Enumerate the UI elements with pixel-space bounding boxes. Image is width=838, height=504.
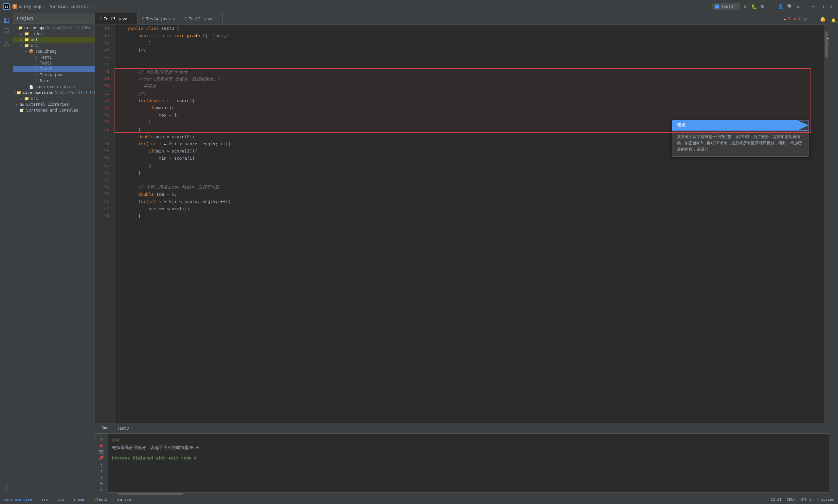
bc-sep-1: › [36, 498, 38, 502]
folder-icon-src: 📁 [23, 43, 30, 48]
bookmarks-button[interactable] [2, 26, 11, 35]
editor-scrollbar[interactable] [824, 25, 829, 423]
scroll-down-button[interactable]: ↓ [98, 474, 105, 480]
tree-item-test3[interactable]: C Test3 [13, 66, 95, 72]
tab-icon-test4: C [142, 17, 144, 21]
test3-run-tab[interactable]: Test3 ✕ [113, 423, 137, 433]
tab-test3[interactable]: C Test3.java ✕ [95, 13, 138, 24]
tree-item-case-exercise[interactable]: ▾ 📁 case-exercise D:\App\IntelliJ IDE [13, 90, 95, 95]
error-marker [827, 43, 829, 44]
editor-tabs: C Test3.java ✕ C Test4.java ✕ C Test2.ja… [95, 13, 829, 25]
folder-icon-out: 📁 [23, 37, 30, 42]
test3-tab-close[interactable]: ✕ [131, 427, 133, 430]
breadcrumb-com[interactable]: com [57, 498, 64, 502]
code-line-63 [118, 176, 821, 184]
run-more-button[interactable]: ⋮ [98, 462, 105, 467]
more-tools-button[interactable] [2, 483, 11, 492]
iml-icon: 📄 [28, 85, 34, 89]
settings-button[interactable]: ⚙ [797, 4, 799, 9]
tree-item-src[interactable]: ▾ 📁 src [13, 42, 95, 49]
restore-button[interactable]: ❐ [819, 3, 825, 10]
tree-item-out[interactable]: ▶ 📁 out [13, 37, 95, 42]
breadcrumb-zhang[interactable]: zhang [73, 498, 84, 502]
tab-close-test4[interactable]: ✕ [173, 17, 175, 21]
tree-item-idea[interactable]: ▶ 📁 .idea [13, 31, 95, 37]
output-spacer [112, 452, 825, 454]
tree-path-array-app: D:\App\IntelliJ IDEA C [47, 26, 95, 30]
run-configuration[interactable]: Test3 ▾ [712, 3, 740, 10]
code-line-61: } [118, 162, 821, 169]
search-button[interactable]: 🔍 [787, 4, 793, 9]
coverage-button[interactable]: ⚙ [761, 3, 764, 10]
tooltip-body: 某系统的数字密码是一个四位数，如1983，为了安全，需要加密后再传输，加密都加5… [672, 130, 809, 157]
tree-label-idea: .idea [31, 32, 42, 36]
run-tab[interactable]: Run [97, 423, 113, 433]
scrollbar-thumb[interactable] [825, 32, 828, 58]
soft-wrap-button[interactable]: ≡ [98, 481, 105, 486]
encoding[interactable]: UTF-8 [801, 498, 812, 502]
cursor-position[interactable]: 52:31 [770, 498, 781, 502]
code-editor[interactable]: 10 15 44 45 46 47 48 49 50 51 52 53 54 5… [95, 25, 829, 423]
bottom-left-icons: ↺ ■ 📷 📌 ⋮ ↑ ↓ ≡ ✕ [95, 434, 108, 495]
bc-sep-4: › [88, 498, 90, 502]
tree-item-com-zhang[interactable]: ▾ 📦 com.zhang [13, 49, 95, 54]
project-selector[interactable]: A array-app ▾ [13, 4, 44, 9]
tree-item-ext-libs[interactable]: ▶ 📚 External Libraries [13, 102, 95, 107]
output-scrollbar-track[interactable] [108, 492, 829, 495]
breadcrumb-case-exercise[interactable]: case-exercise [4, 498, 32, 502]
title-bar-right: Test3 ▾ ▶ 🐛 ⚙ ⋮ 👤 🔍 ⚙ ─ ❐ ✕ [712, 3, 835, 10]
tree-label-test2: Test2 [40, 61, 52, 66]
code-line-54: max = i; [118, 112, 821, 119]
tab-test2[interactable]: C Test2.java ✕ [180, 13, 222, 24]
run-button[interactable]: ▶ [744, 3, 747, 10]
screenshot-button[interactable]: 📷 [98, 449, 105, 454]
tree-label-out: out [31, 37, 38, 42]
tab-test4[interactable]: C Test4.java ✕ [138, 13, 180, 24]
version-control-arrow: ▾ [90, 4, 92, 8]
stop-button[interactable]: ■ [98, 443, 105, 448]
close-panel-button[interactable]: ✕ [98, 487, 105, 492]
status-right: 52:31 CRLF UTF-8 4 spaces [770, 498, 834, 502]
tree-label-main: Main [40, 78, 50, 83]
breadcrumb-src[interactable]: src [41, 498, 48, 502]
close-button[interactable]: ✕ [828, 3, 835, 10]
tab-close-test3[interactable]: ✕ [131, 17, 132, 21]
tree-item-case-src[interactable]: ▾ 📁 src [13, 95, 95, 102]
minimize-button[interactable]: ─ [810, 3, 816, 10]
pin-button[interactable]: 📌 [98, 455, 105, 461]
structure-button[interactable] [2, 39, 11, 49]
tree-item-test4[interactable]: ☕ Test4.java [13, 72, 95, 78]
version-control-button[interactable]: Version control ▾ [47, 3, 94, 10]
rerun-button[interactable]: ↺ [98, 436, 105, 442]
breadcrumb-test3[interactable]: C Test3 [93, 498, 107, 502]
notifications-button[interactable]: 🔔 [820, 16, 825, 22]
project-tree[interactable]: ▾ 📁 array-app D:\App\IntelliJ IDEA C ▶ 📁… [13, 23, 95, 495]
debug-button[interactable]: 🐛 [751, 4, 757, 9]
tree-item-test1[interactable]: C Test1 [13, 54, 95, 60]
line-endings[interactable]: CRLF [787, 498, 796, 502]
scroll-up-button[interactable]: ↑ [98, 468, 105, 473]
tree-label-com-zhang: com.zhang [35, 49, 57, 54]
tree-arrow: ▶ [19, 32, 23, 36]
tree-item-test2[interactable]: C Test2 [13, 60, 95, 66]
tree-item-scratches[interactable]: 📝 Scratches and Consoles [13, 107, 95, 113]
notifications-right-button[interactable]: 🔔 [829, 16, 838, 25]
arrows-up-down[interactable]: ▲▾ [804, 17, 808, 21]
code-line-53: if(max<i){ [118, 104, 821, 112]
more-actions-button[interactable]: ⋮ [768, 3, 774, 10]
tab-close-test2[interactable]: ✕ [216, 17, 218, 21]
code-line-52: for(double i : score){ [118, 97, 821, 104]
code-content[interactable]: public class Test3 { public static void … [114, 25, 824, 423]
project-panel: Project ▾ ▾ 📁 array-app D:\App\IntelliJ … [13, 13, 95, 495]
breadcrumb-grade[interactable]: m grade [117, 498, 131, 502]
editor-more-button[interactable]: ⋮ [812, 16, 817, 22]
tree-item-iml[interactable]: 📄 case-exercise.iml [13, 84, 95, 90]
profile-button[interactable]: 👤 [778, 4, 783, 9]
indent-settings[interactable]: 4 spaces [817, 498, 834, 502]
project-header-label: Project [17, 16, 34, 21]
project-tool-button[interactable] [2, 16, 11, 25]
java-class-icon-test1: C [33, 55, 39, 59]
tree-arrow: ▾ [23, 50, 28, 53]
tree-item-array-app[interactable]: ▾ 📁 array-app D:\App\IntelliJ IDEA C [13, 25, 95, 31]
tree-item-main[interactable]: C Main [13, 78, 95, 84]
